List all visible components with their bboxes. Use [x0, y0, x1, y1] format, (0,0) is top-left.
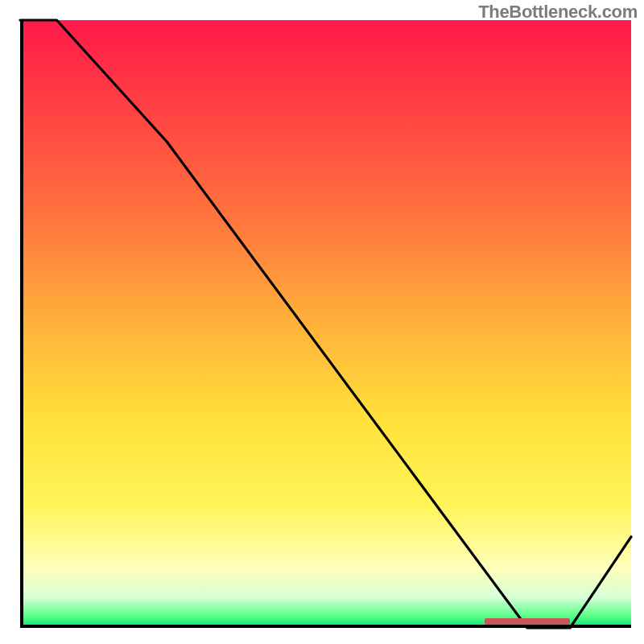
chart-container: TheBottleneck.com: [0, 0, 644, 644]
line-curve: [20, 20, 631, 628]
curve-path: [20, 20, 631, 628]
plot-area: [20, 20, 631, 628]
optimal-range-marker: [485, 618, 570, 625]
